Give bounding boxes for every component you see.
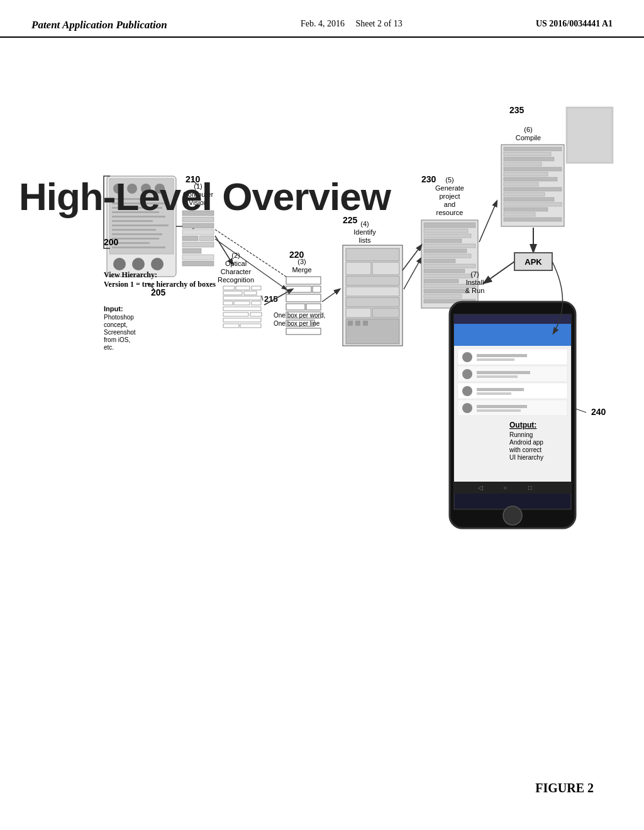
svg-text:240: 240 xyxy=(591,407,606,417)
svg-text:□: □ xyxy=(528,484,532,491)
svg-line-180 xyxy=(575,409,586,412)
svg-rect-134 xyxy=(504,162,541,166)
svg-rect-124 xyxy=(424,294,462,298)
svg-rect-38 xyxy=(182,236,198,241)
svg-text:Compile: Compile xyxy=(516,134,541,141)
view-hierarchy-label: View Hierarchy: Version 1 = tree hierarc… xyxy=(104,270,216,289)
svg-rect-167 xyxy=(477,358,514,361)
svg-text:project: project xyxy=(439,192,460,200)
svg-text:concept,: concept, xyxy=(104,321,128,328)
svg-text:(7): (7) xyxy=(470,270,479,278)
svg-point-164 xyxy=(462,386,472,396)
svg-text:Android app: Android app xyxy=(509,439,543,446)
svg-rect-170 xyxy=(477,388,524,391)
svg-rect-17 xyxy=(112,246,165,248)
svg-rect-77 xyxy=(286,304,305,310)
svg-rect-173 xyxy=(477,409,521,412)
svg-rect-139 xyxy=(504,187,562,191)
svg-text:APK: APK xyxy=(525,257,542,267)
svg-rect-136 xyxy=(504,172,548,176)
svg-rect-62 xyxy=(250,313,262,316)
svg-text:Output:: Output: xyxy=(509,421,536,429)
svg-text:(5): (5) xyxy=(445,176,453,184)
svg-rect-114 xyxy=(424,244,475,248)
svg-rect-171 xyxy=(477,392,511,395)
svg-rect-95 xyxy=(346,297,399,307)
svg-rect-97 xyxy=(372,308,399,318)
svg-rect-119 xyxy=(424,269,465,273)
svg-rect-131 xyxy=(504,147,562,151)
svg-rect-15 xyxy=(112,238,159,240)
svg-text:Identify: Identify xyxy=(353,228,376,236)
figure-label: FIGURE 2 xyxy=(535,781,594,795)
svg-rect-14 xyxy=(112,233,162,235)
svg-rect-142 xyxy=(504,202,562,206)
svg-rect-13 xyxy=(112,229,156,231)
svg-rect-168 xyxy=(477,371,530,374)
svg-rect-117 xyxy=(424,259,455,263)
svg-rect-59 xyxy=(252,301,261,305)
svg-text:etc.: etc. xyxy=(104,344,114,351)
svg-rect-58 xyxy=(234,301,250,305)
svg-text:with correct: with correct xyxy=(509,446,541,453)
svg-rect-113 xyxy=(424,239,462,243)
svg-rect-145 xyxy=(504,218,562,221)
svg-rect-144 xyxy=(504,213,535,216)
svg-rect-138 xyxy=(504,182,538,186)
svg-line-102 xyxy=(404,258,421,289)
svg-text:One box per line: One box per line xyxy=(274,320,320,327)
svg-rect-101 xyxy=(363,321,368,326)
svg-rect-43 xyxy=(182,261,214,266)
svg-text:& Run: & Run xyxy=(465,287,485,294)
svg-rect-56 xyxy=(223,296,261,300)
header-date: Feb. 4, 2016 xyxy=(301,19,345,28)
svg-text:220: 220 xyxy=(289,250,304,260)
svg-text:One box per word,: One box per word, xyxy=(274,312,325,319)
svg-rect-100 xyxy=(355,321,360,326)
svg-text:235: 235 xyxy=(509,105,525,115)
svg-rect-57 xyxy=(223,301,233,305)
svg-text:Generate: Generate xyxy=(435,184,464,192)
svg-rect-73 xyxy=(286,277,321,284)
svg-rect-98 xyxy=(346,319,399,344)
svg-rect-94 xyxy=(346,287,399,296)
svg-rect-61 xyxy=(223,313,248,316)
svg-point-18 xyxy=(113,258,126,270)
svg-rect-11 xyxy=(112,220,153,222)
svg-text:230: 230 xyxy=(421,174,436,184)
svg-text:◁: ◁ xyxy=(478,484,483,491)
svg-rect-53 xyxy=(252,286,261,290)
svg-rect-172 xyxy=(477,405,527,408)
svg-rect-118 xyxy=(424,264,475,268)
svg-text:(4): (4) xyxy=(360,220,369,228)
svg-point-178 xyxy=(503,506,522,525)
svg-rect-64 xyxy=(223,324,239,328)
svg-rect-137 xyxy=(504,177,557,181)
svg-text:200: 200 xyxy=(104,237,119,247)
svg-line-83 xyxy=(322,289,340,302)
svg-text:Character: Character xyxy=(221,268,252,275)
svg-rect-60 xyxy=(223,307,261,311)
svg-text:Optical: Optical xyxy=(225,260,247,267)
svg-rect-166 xyxy=(477,354,527,357)
svg-rect-93 xyxy=(346,276,399,285)
svg-rect-120 xyxy=(424,274,473,278)
svg-text:resource: resource xyxy=(436,209,464,216)
svg-rect-36 xyxy=(182,223,214,228)
publication-title: Patent Application Publication xyxy=(31,19,167,31)
svg-rect-41 xyxy=(182,248,201,253)
svg-rect-52 xyxy=(236,286,250,290)
svg-line-190 xyxy=(402,245,421,270)
svg-text:UI hierarchy: UI hierarchy xyxy=(509,454,543,461)
svg-point-19 xyxy=(132,258,145,270)
svg-rect-140 xyxy=(504,192,545,196)
svg-rect-12 xyxy=(112,224,169,226)
svg-rect-90 xyxy=(346,248,399,261)
page-header: Patent Application Publication Feb. 4, 2… xyxy=(0,0,644,38)
svg-rect-99 xyxy=(348,321,353,326)
svg-rect-132 xyxy=(504,152,551,156)
svg-rect-155 xyxy=(454,314,571,324)
svg-line-67 xyxy=(262,296,263,301)
svg-text:Recognition: Recognition xyxy=(218,276,254,284)
svg-rect-55 xyxy=(244,291,257,295)
